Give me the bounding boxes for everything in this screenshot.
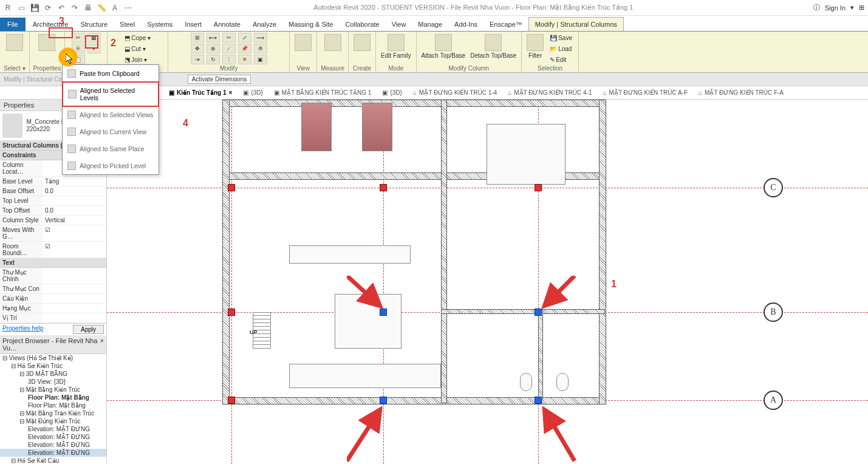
offset-button[interactable]: ⇥ (191, 55, 204, 64)
paste-aligned-picked[interactable]: Aligned to Picked Level (63, 157, 159, 174)
menu-view[interactable]: View (386, 18, 412, 31)
tree-item[interactable]: ⊟ Mặt Bằng Trần Kiến Trúc (0, 409, 106, 417)
extend-button[interactable]: ⟶ (254, 33, 267, 43)
modify-tool[interactable] (5, 33, 24, 52)
rotate-button[interactable]: ↻ (207, 55, 220, 64)
tree-item[interactable]: ⊟ Views (Hồ Sơ Thiết Kế) (0, 354, 106, 362)
options-icon[interactable]: ⊞ (859, 4, 864, 12)
edit-family-button[interactable]: Edit Family (380, 33, 412, 60)
property-row[interactable]: Thư Mục Chính (0, 268, 106, 284)
load-selection-button[interactable]: 📂Load (547, 44, 575, 53)
file-tab[interactable]: File (0, 18, 26, 31)
menu-collaborate[interactable]: Collaborate (339, 18, 385, 31)
tree-item[interactable]: ⊟ 3D MẶT BẰNG (0, 370, 106, 378)
paste-from-clipboard[interactable]: Paste from Clipboard (63, 65, 159, 82)
menu-modify-columns[interactable]: Modify | Structural Columns (528, 17, 624, 31)
tree-item[interactable]: 3D View: {3D} (0, 378, 106, 386)
column-c1[interactable] (228, 184, 235, 191)
apply-button[interactable]: Apply (73, 325, 104, 334)
column-a3-selected[interactable] (535, 397, 542, 404)
attach-button[interactable]: Attach Top/Base (420, 33, 467, 60)
filter-button[interactable]: Filter (525, 33, 545, 60)
property-row[interactable]: Top Offset0.0 (0, 206, 106, 216)
undo-icon[interactable]: ↶ (56, 2, 67, 13)
cope-button[interactable]: ⬒Cope ▾ (122, 33, 153, 43)
unpin-button[interactable]: ⟰ (254, 44, 267, 53)
array-button[interactable]: ⦙ (222, 55, 236, 64)
info-icon[interactable]: ⓘ (813, 3, 820, 12)
print-icon[interactable]: 🖶 (83, 2, 94, 13)
create-button[interactable] (352, 33, 372, 52)
redo-icon[interactable]: ↷ (69, 2, 80, 13)
view-tab-elev-1[interactable]: ⌂MẶT ĐỨNG KIẾN TRÚC 1-4 (408, 88, 502, 97)
close-tab-icon[interactable]: × (228, 89, 232, 96)
property-row[interactable]: Column StyleVertical (0, 216, 106, 225)
view-tab-3d-2[interactable]: ▣{3D} (377, 88, 406, 97)
property-row[interactable]: Base Offset0.0 (0, 186, 106, 196)
tree-item[interactable]: Elevation: MẶT ĐỨNG (0, 441, 106, 449)
project-browser[interactable]: ⊟ Views (Hồ Sơ Thiết Kế)⊟ Hồ Sơ Kiến Trú… (0, 354, 106, 464)
view-tab-plan-1[interactable]: ▣MẶT BẰNG KIẾN TRÚC TẦNG 1 (269, 88, 377, 97)
tree-item[interactable]: Floor Plan: Mặt Bằng (0, 394, 106, 401)
align-button[interactable]: ⊞ (191, 33, 204, 43)
column-c2[interactable] (380, 184, 387, 191)
grid-bubble-b[interactable]: B (764, 302, 783, 322)
delete-button[interactable]: ✕ (238, 55, 251, 64)
split-button[interactable]: ⟋ (222, 44, 236, 53)
menu-structure[interactable]: Structure (74, 18, 114, 31)
menu-addins[interactable]: Add-Ins (448, 18, 484, 31)
column-a1[interactable] (228, 397, 235, 404)
menu-analyze[interactable]: Analyze (247, 18, 282, 31)
view-tab-3d-1[interactable]: ▣{3D} (238, 88, 267, 97)
tree-item[interactable]: Floor Plan: Mặt Bằng (0, 401, 106, 409)
text-icon[interactable]: A (109, 2, 120, 13)
tree-item[interactable]: ⊟ Mặt Đứng Kiến Trúc (0, 417, 106, 425)
measure-button[interactable] (323, 33, 343, 52)
group-button[interactable]: ▣ (254, 55, 267, 64)
menu-systems[interactable]: Systems (141, 18, 179, 31)
cut-geom-button[interactable]: ⬓Cut ▾ (122, 44, 153, 53)
tree-item[interactable]: ⊟ Mặt Bằng Kiến Trúc (0, 386, 106, 394)
tree-item[interactable]: Elevation: MẶT ĐỨNG (0, 425, 106, 433)
column-b1[interactable] (228, 309, 235, 316)
grid-bubble-a[interactable]: A (764, 391, 783, 410)
menu-steel[interactable]: Steel (114, 18, 141, 31)
menu-insert[interactable]: Insert (179, 18, 208, 31)
measure-icon[interactable]: 📏 (96, 2, 107, 13)
property-row[interactable]: Hạng Mục (0, 304, 106, 313)
column-a2-selected[interactable] (380, 397, 387, 404)
tree-item[interactable]: ⊟ Hồ Sơ Kết Cấu (0, 457, 106, 464)
property-row[interactable]: Cấu Kiện (0, 294, 106, 304)
app-menu-icon[interactable]: R (2, 2, 13, 13)
property-row[interactable]: Moves With G…☑ (0, 225, 106, 242)
paste-aligned-views[interactable]: Aligned to Selected Views (63, 106, 159, 123)
view-tab-elev-2[interactable]: ⌂MẶT ĐỨNG KIẾN TRÚC 4-1 (503, 88, 596, 97)
column-c3[interactable] (535, 184, 542, 191)
edit-selection-button[interactable]: ✎Edit (547, 55, 575, 64)
property-row[interactable]: Base LevelTầng (0, 177, 106, 186)
more-icon[interactable]: ⋯ (123, 2, 134, 13)
mirror-button[interactable]: ⟷ (207, 33, 220, 43)
property-row[interactable]: Top Level (0, 196, 106, 206)
copy-tool[interactable]: ⊕ (207, 44, 220, 53)
paste-aligned-same[interactable]: Aligned to Same Place (63, 140, 159, 157)
view-tab-elev-4[interactable]: ⌂MẶT ĐỨNG KIẾN TRÚC F-A (694, 88, 788, 97)
menu-annotate[interactable]: Annotate (208, 18, 247, 31)
save-icon[interactable]: 💾 (29, 2, 40, 13)
join-button[interactable]: ⬔Join ▾ (122, 55, 153, 64)
scale-button[interactable]: ⤢ (238, 33, 251, 43)
move-button[interactable]: ✥ (191, 44, 204, 53)
activate-dimensions-button[interactable]: Activate Dimensions (188, 75, 251, 84)
open-icon[interactable]: ▭ (16, 2, 27, 13)
property-row[interactable]: Thư Mục Con (0, 284, 106, 294)
signin-link[interactable]: Sign In (825, 4, 846, 12)
tree-item[interactable]: Elevation: MẶT ĐỨNG (0, 449, 106, 457)
menu-manage[interactable]: Manage (412, 18, 448, 31)
grid-bubble-c[interactable]: C (764, 178, 783, 197)
sync-icon[interactable]: ⟳ (43, 2, 53, 13)
help-icon[interactable]: ▾ (850, 4, 854, 12)
cut-button[interactable]: ✂ (72, 33, 85, 43)
property-row[interactable]: Vị Trí (0, 313, 106, 323)
menu-enscape[interactable]: Enscape™ (484, 18, 528, 31)
pin-button[interactable]: 📌 (238, 44, 251, 53)
